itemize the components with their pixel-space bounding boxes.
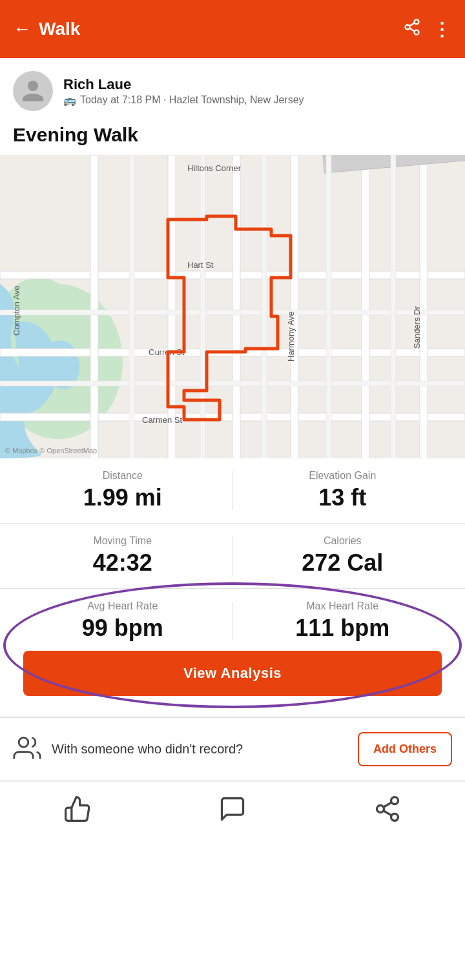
stats-row-2: Moving Time 42:32 Calories 272 Cal xyxy=(0,524,465,589)
distance-value: 1.99 mi xyxy=(83,484,162,511)
svg-rect-21 xyxy=(200,155,205,458)
svg-rect-11 xyxy=(90,155,98,458)
view-analysis-button[interactable]: View Analysis xyxy=(23,651,442,696)
like-button[interactable] xyxy=(63,795,92,826)
svg-rect-15 xyxy=(362,155,369,458)
back-button[interactable]: ← xyxy=(13,19,31,39)
svg-rect-12 xyxy=(168,155,176,458)
stats-section: Distance 1.99 mi Elevation Gain 13 ft Mo… xyxy=(0,458,465,717)
header-title: Walk xyxy=(39,19,80,39)
header-icons: ⋮ xyxy=(403,18,452,40)
add-others-section: With someone who didn't record? Add Othe… xyxy=(0,717,465,781)
svg-line-37 xyxy=(384,811,392,815)
bottom-nav xyxy=(0,781,465,832)
add-others-left: With someone who didn't record? xyxy=(13,734,243,765)
svg-line-38 xyxy=(384,802,392,807)
avg-hr-value: 99 bpm xyxy=(82,615,163,642)
stats-row-1: Distance 1.99 mi Elevation Gain 13 ft xyxy=(0,458,465,524)
heart-rate-row: Avg Heart Rate 99 bpm Max Heart Rate 111… xyxy=(13,600,452,642)
stat-elevation: Elevation Gain 13 ft xyxy=(233,470,453,511)
svg-text:Compton Ave: Compton Ave xyxy=(12,285,21,336)
svg-rect-14 xyxy=(291,155,298,458)
share-button[interactable] xyxy=(373,795,402,826)
moving-time-label: Moving Time xyxy=(93,535,152,547)
car-icon: 🚌 xyxy=(63,94,76,107)
user-info: Rich Laue 🚌 Today at 7:18 PM · Hazlet To… xyxy=(63,76,304,107)
svg-line-3 xyxy=(409,28,415,32)
stat-moving-time: Moving Time 42:32 xyxy=(13,535,232,577)
header-left: ← Walk xyxy=(13,19,80,39)
stat-calories: Calories 272 Cal xyxy=(233,535,453,577)
header: ← Walk ⋮ xyxy=(0,0,465,58)
svg-rect-23 xyxy=(326,155,331,458)
svg-text:Hiltons Corner: Hiltons Corner xyxy=(187,163,242,173)
moving-time-value: 42:32 xyxy=(93,549,152,577)
max-hr-value: 111 bpm xyxy=(295,615,389,642)
calories-label: Calories xyxy=(324,535,362,547)
activity-title: Evening Walk xyxy=(0,117,465,155)
stat-avg-hr: Avg Heart Rate 99 bpm xyxy=(13,600,232,642)
svg-text:Sanders Dr: Sanders Dr xyxy=(412,306,422,349)
svg-text:© Mapbox © OpenStreetMap: © Mapbox © OpenStreetMap xyxy=(5,447,97,454)
svg-rect-20 xyxy=(129,155,134,458)
svg-text:Harmony Ave: Harmony Ave xyxy=(286,311,296,362)
svg-rect-24 xyxy=(391,155,396,458)
heart-rate-section: Avg Heart Rate 99 bpm Max Heart Rate 111… xyxy=(0,589,465,717)
comment-button[interactable] xyxy=(218,795,247,826)
user-meta: 🚌 Today at 7:18 PM · Hazlet Township, Ne… xyxy=(63,94,304,107)
stat-max-hr: Max Heart Rate 111 bpm xyxy=(233,600,453,642)
svg-text:Carmen St: Carmen St xyxy=(142,415,183,425)
elevation-value: 13 ft xyxy=(318,484,366,511)
people-icon xyxy=(13,734,41,765)
calories-value: 272 Cal xyxy=(302,549,383,577)
stat-distance: Distance 1.99 mi xyxy=(13,470,232,511)
svg-text:Hart St: Hart St xyxy=(187,260,214,270)
add-others-button[interactable]: Add Others xyxy=(358,732,452,766)
more-icon[interactable]: ⋮ xyxy=(433,19,452,40)
add-others-prompt: With someone who didn't record? xyxy=(52,742,243,757)
avg-hr-label: Avg Heart Rate xyxy=(87,600,158,612)
svg-rect-13 xyxy=(232,155,240,458)
svg-line-4 xyxy=(409,23,415,26)
share-icon[interactable] xyxy=(403,18,421,40)
map-container: Hiltons Corner Compton Ave Hart St Harmo… xyxy=(0,155,465,458)
distance-label: Distance xyxy=(103,470,143,482)
elevation-label: Elevation Gain xyxy=(309,470,376,482)
max-hr-label: Max Heart Rate xyxy=(306,600,378,612)
user-name: Rich Laue xyxy=(63,76,304,93)
avatar xyxy=(13,71,53,111)
svg-point-33 xyxy=(19,737,28,747)
user-location-time: Today at 7:18 PM · Hazlet Township, New … xyxy=(80,94,304,106)
svg-rect-22 xyxy=(262,155,267,458)
user-section: Rich Laue 🚌 Today at 7:18 PM · Hazlet To… xyxy=(0,58,465,117)
